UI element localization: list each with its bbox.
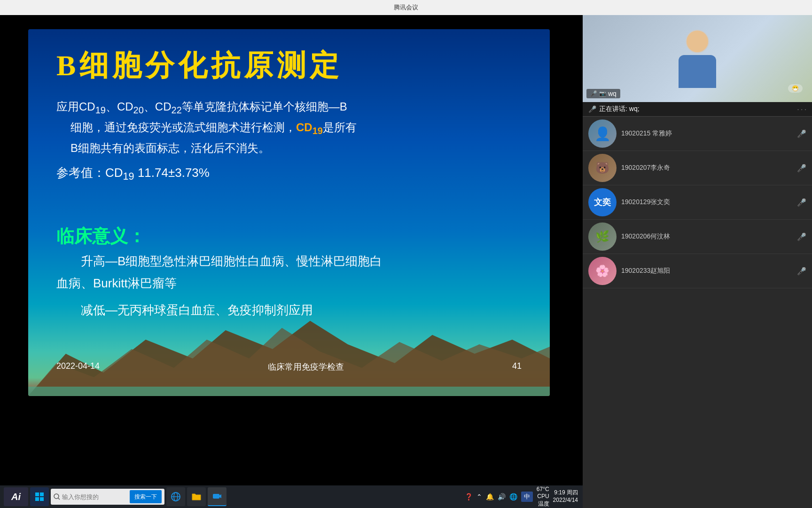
avatar: 文奕 [588, 188, 617, 216]
slide-body: 应用CD19、CD20、CD22等单克隆抗体标记单个核细胞—B 细胞，通过免疫荧… [56, 97, 536, 185]
participant-list: 👤 19020215 常雅婷 🎤 🐻 19020207李永奇 🎤 文奕 1902… [583, 117, 812, 508]
participant-name: 19020215 常雅婷 [621, 129, 792, 138]
participant-name: 19020207李永奇 [621, 164, 792, 172]
search-box: 搜索一下 [51, 489, 164, 505]
system-tray: ❓ ⌃ 🔔 🔊 🌐 中 67°C CPU温度 9:19 周四 2022/4/14 [461, 485, 583, 508]
mic-icon: 🎤 [797, 129, 806, 138]
list-item: 🌿 19020206何汶林 🎤 [583, 220, 812, 254]
lang-indicator[interactable]: 中 [521, 492, 533, 502]
main-area: B细胞分化抗原测定 应用CD19、CD20、CD22等单克隆抗体标记单个核细胞—… [0, 15, 583, 508]
participant-info: 19020206何汶林 [621, 232, 792, 241]
title-bar: 腾讯会议 [0, 0, 812, 15]
datetime-area: 9:19 周四 2022/4/14 [553, 489, 578, 504]
slide-date: 2022-04-14 [56, 361, 100, 373]
list-item: 文奕 19020129张文奕 🎤 [583, 185, 812, 220]
slide-center: 临床常用免疫学检查 [268, 361, 344, 373]
svg-rect-6 [40, 497, 44, 501]
avatar: 🐻 [588, 154, 617, 182]
search-button[interactable]: 搜索一下 [130, 490, 162, 503]
avatar: 🌸 [588, 257, 617, 285]
mic-icon: 🎤 [797, 164, 806, 173]
slide-footer: 2022-04-14 临床常用免疫学检查 41 [28, 361, 550, 373]
participant-info: 19020207李永奇 [621, 164, 792, 172]
presenter-name-badge: 🎤 📷 wq [586, 89, 620, 98]
body-text-cd19-prefix: 应用CD [56, 100, 95, 113]
volume-icon[interactable]: 🔊 [498, 493, 506, 500]
svg-rect-12 [213, 494, 219, 499]
svg-marker-13 [219, 494, 221, 498]
cpu-label: CPU温度 [537, 493, 549, 508]
avatar: 🌿 [588, 222, 617, 251]
speaking-bar: 🎤 正在讲话: wq; · · · [583, 102, 812, 117]
clinical-title: 临床意义： [56, 224, 146, 248]
participant-name: 19020129张文奕 [621, 198, 792, 206]
time-display: 9:19 周四 [553, 489, 578, 497]
mic-icon: 🎤 [797, 198, 806, 207]
participant-name: 19020233赵旭阳 [621, 267, 792, 275]
clinical-body: 升高—B细胞型急性淋巴细胞性白血病、慢性淋巴细胞白 血病、Burkitt淋巴瘤等… [56, 250, 536, 321]
list-item: 🐻 19020207李永奇 🎤 [583, 151, 812, 185]
svg-rect-2 [28, 387, 550, 396]
participant-info: 19020215 常雅婷 [621, 129, 792, 138]
slide-page: 41 [512, 361, 522, 373]
cpu-temp: 67°C [537, 486, 549, 493]
svg-rect-5 [35, 497, 39, 501]
date-display: 2022/4/14 [553, 497, 578, 504]
search-icon [54, 493, 60, 500]
presenter-name: wq [608, 90, 617, 97]
ie-button[interactable] [166, 487, 185, 506]
participant-info: 19020129张文奕 [621, 198, 792, 206]
mic-icon: 🎤 [797, 267, 806, 276]
presenter-icon-camera: 📷 [599, 90, 606, 97]
tencent-meeting-taskbar-button[interactable] [208, 487, 226, 506]
search-input[interactable] [62, 493, 128, 500]
question-icon[interactable]: ❓ [465, 493, 473, 500]
participant-name: 19020206何汶林 [621, 232, 792, 241]
mountain-decoration [28, 311, 550, 396]
participant-info: 19020233赵旭阳 [621, 267, 792, 275]
notification-icon[interactable]: 🔔 [486, 493, 494, 500]
speaking-label: 正在讲话: wq; [599, 105, 640, 113]
chevron-up-icon[interactable]: ⌃ [476, 493, 482, 500]
svg-rect-4 [40, 492, 44, 496]
slide-title: B细胞分化抗原测定 [56, 46, 343, 85]
clock-area: 67°C CPU温度 [537, 486, 549, 508]
mic-icon: 🎤 [797, 232, 806, 241]
app-title: 腾讯会议 [394, 3, 418, 12]
ai-button[interactable]: Ai [4, 487, 28, 506]
svg-point-7 [54, 494, 59, 499]
avatar: 👤 [588, 119, 617, 148]
network-icon[interactable]: 🌐 [509, 493, 517, 500]
slide-container: B细胞分化抗原测定 应用CD19、CD20、CD22等单克隆抗体标记单个核细胞—… [28, 29, 550, 396]
list-item: 🌸 19020233赵旭阳 🎤 [583, 254, 812, 288]
start-button[interactable] [30, 487, 49, 506]
right-panel: 😷 🎤 📷 wq 🎤 正在讲话: wq; · · · 👤 19020215 常雅… [583, 15, 812, 508]
presenter-video: 😷 🎤 📷 wq [583, 15, 812, 102]
explorer-button[interactable] [187, 487, 206, 506]
list-item: 👤 19020215 常雅婷 🎤 [583, 117, 812, 151]
mic-status-icon: 🎤 [588, 105, 596, 113]
svg-line-8 [58, 498, 60, 500]
svg-rect-3 [35, 492, 39, 496]
